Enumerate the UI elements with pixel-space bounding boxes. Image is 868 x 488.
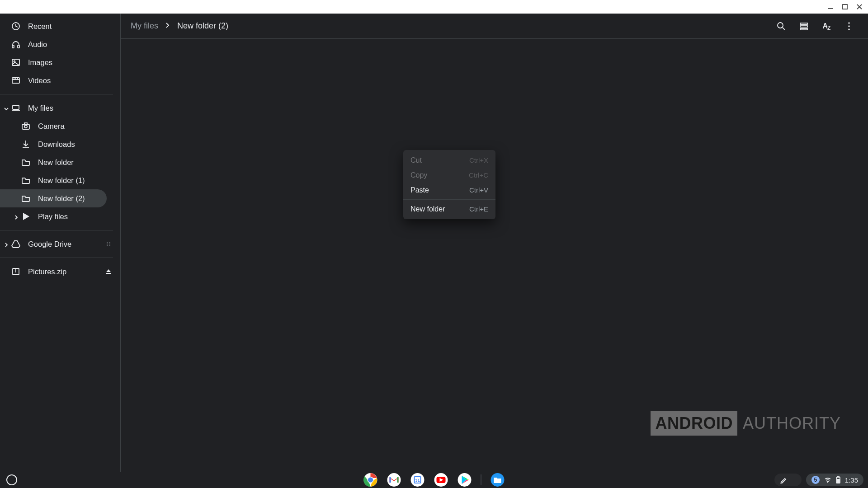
- sidebar-item-downloads[interactable]: Downloads: [0, 135, 120, 153]
- sidebar-item-recent[interactable]: Recent: [0, 17, 120, 35]
- shelf-divider: [481, 474, 481, 485]
- sidebar: Recent Audio Images Videos My files: [0, 14, 120, 472]
- ctx-label: Cut: [410, 156, 422, 164]
- play-store-icon: [458, 473, 472, 487]
- chevron-right-icon: [14, 213, 20, 220]
- svg-rect-14: [13, 105, 19, 109]
- sidebar-item-audio[interactable]: Audio: [0, 35, 120, 53]
- eject-icon[interactable]: [104, 267, 113, 276]
- shelf-app-calendar[interactable]: 31: [410, 473, 425, 487]
- folder-icon: [21, 193, 31, 203]
- notification-badge: 5: [811, 476, 820, 484]
- sidebar-item-archive[interactable]: Pictures.zip: [0, 263, 120, 281]
- svg-rect-6: [18, 45, 19, 48]
- close-button[interactable]: [855, 3, 863, 11]
- ctx-shortcut: Ctrl+X: [469, 156, 488, 164]
- svg-text:31: 31: [415, 478, 420, 483]
- sidebar-item-newfolder1[interactable]: New folder (1): [0, 171, 120, 189]
- sidebar-item-newfolder[interactable]: New folder: [0, 153, 120, 171]
- battery-icon: [836, 476, 840, 483]
- files-icon: [491, 473, 505, 487]
- svg-point-25: [107, 244, 108, 244]
- svg-rect-5: [12, 45, 14, 48]
- sidebar-divider: [0, 94, 113, 94]
- svg-point-40: [848, 28, 850, 30]
- chevron-right-icon: [4, 241, 10, 247]
- svg-rect-62: [837, 476, 839, 477]
- launcher-button[interactable]: [6, 474, 17, 485]
- svg-rect-45: [390, 477, 391, 483]
- youtube-icon: [434, 473, 448, 487]
- svg-point-28: [109, 245, 110, 246]
- maximize-button[interactable]: [841, 3, 849, 11]
- pen-icon: [780, 476, 787, 483]
- watermark-part2: AUTHORITY: [743, 414, 841, 433]
- sidebar-item-label: Recent: [28, 22, 52, 31]
- ctx-shortcut: Ctrl+C: [469, 171, 488, 179]
- sort-button[interactable]: AZ: [817, 17, 835, 35]
- film-icon: [11, 75, 21, 85]
- laptop-icon: [11, 103, 21, 113]
- sidebar-item-label: New folder: [38, 158, 74, 167]
- svg-rect-32: [106, 273, 111, 274]
- chrome-icon: [363, 473, 378, 487]
- window-titlebar: [0, 0, 868, 14]
- sidebar-item-label: Images: [28, 58, 52, 67]
- drag-handle-icon[interactable]: [104, 239, 113, 249]
- breadcrumb-current[interactable]: New folder (2): [177, 21, 228, 31]
- svg-rect-36: [800, 26, 807, 27]
- shelf-app-play[interactable]: [458, 473, 472, 487]
- search-button[interactable]: [772, 17, 790, 35]
- sidebar-item-newfolder2[interactable]: New folder (2): [0, 189, 107, 207]
- view-toggle-button[interactable]: [795, 17, 813, 35]
- svg-rect-35: [800, 23, 807, 24]
- breadcrumb-myfiles[interactable]: My files: [131, 21, 158, 31]
- ctx-new-folder[interactable]: New folder Ctrl+E: [403, 202, 495, 216]
- more-options-button[interactable]: [840, 17, 858, 35]
- search-icon: [776, 21, 786, 31]
- wifi-icon: [824, 476, 831, 483]
- svg-rect-37: [800, 28, 807, 30]
- sidebar-item-label: Camera: [38, 122, 65, 131]
- ctx-label: New folder: [410, 205, 445, 213]
- drive-icon: [11, 239, 21, 249]
- play-icon: [21, 211, 31, 221]
- sidebar-item-label: New folder (2): [38, 194, 85, 203]
- ctx-paste[interactable]: Paste Ctrl+V: [403, 183, 495, 197]
- calendar-icon: 31: [410, 473, 425, 487]
- sidebar-item-label: Videos: [28, 76, 51, 85]
- svg-point-24: [109, 242, 110, 243]
- shelf-app-gmail[interactable]: [387, 473, 401, 487]
- clock: 1:35: [845, 476, 858, 484]
- sidebar-item-videos[interactable]: Videos: [0, 71, 120, 89]
- svg-point-23: [107, 242, 108, 243]
- minimize-button[interactable]: [826, 3, 835, 11]
- folder-icon: [21, 175, 31, 185]
- svg-marker-31: [106, 269, 111, 272]
- sidebar-divider: [0, 230, 113, 230]
- ctx-shortcut: Ctrl+E: [469, 205, 488, 213]
- system-tray: 5 1:35: [774, 474, 863, 486]
- svg-marker-22: [12, 241, 20, 248]
- watermark: ANDROID AUTHORITY: [651, 411, 841, 436]
- ctx-label: Paste: [410, 186, 429, 194]
- sort-icon: AZ: [823, 22, 830, 30]
- shelf-app-youtube[interactable]: [434, 473, 448, 487]
- sidebar-item-myfiles[interactable]: My files: [0, 99, 120, 117]
- sidebar-item-label: My files: [28, 104, 53, 113]
- sidebar-item-googledrive[interactable]: Google Drive: [0, 235, 120, 253]
- sidebar-item-label: Pictures.zip: [28, 267, 66, 276]
- context-menu: Cut Ctrl+X Copy Ctrl+C Paste Ctrl+V New …: [403, 150, 495, 219]
- svg-line-34: [783, 28, 785, 30]
- tray-pen-toggle[interactable]: [774, 474, 802, 486]
- shelf-app-chrome[interactable]: [363, 473, 378, 487]
- ctx-copy: Copy Ctrl+C: [403, 168, 495, 183]
- file-list-area[interactable]: Cut Ctrl+X Copy Ctrl+C Paste Ctrl+V New …: [121, 39, 868, 472]
- sidebar-item-label: New folder (1): [38, 176, 85, 185]
- status-tray[interactable]: 5 1:35: [806, 474, 863, 486]
- sidebar-item-playfiles[interactable]: Play files: [0, 207, 120, 225]
- svg-rect-46: [397, 477, 399, 483]
- shelf-app-files[interactable]: [491, 473, 505, 487]
- sidebar-item-camera[interactable]: Camera: [0, 117, 120, 135]
- sidebar-item-images[interactable]: Images: [0, 53, 120, 71]
